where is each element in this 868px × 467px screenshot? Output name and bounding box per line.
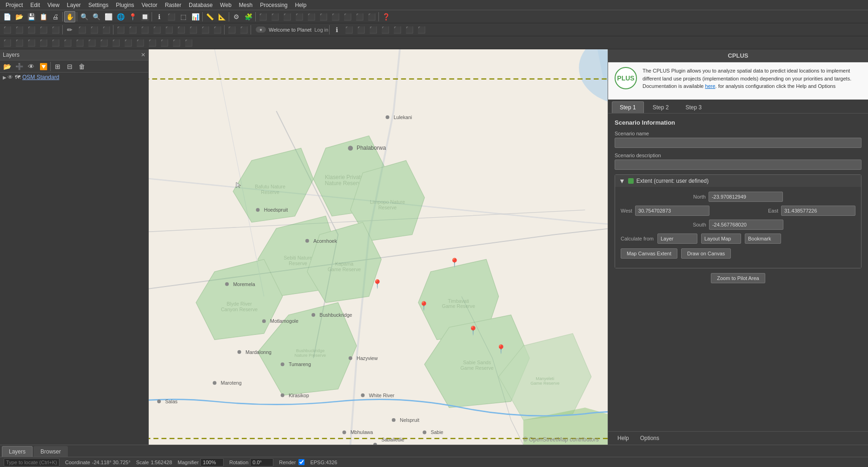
cplus-tab-step1[interactable]: Step 1 — [612, 101, 644, 113]
tb3-9[interactable]: ⬛ — [98, 37, 109, 48]
tb3-7[interactable]: ⬛ — [74, 37, 85, 48]
layers-tb-open-layer[interactable]: 📂 — [1, 61, 13, 72]
tb2-21[interactable]: ⬛ — [343, 24, 354, 35]
layer-dropdown[interactable]: Layer Layout Map Bookmark — [657, 234, 697, 244]
cplus-tab-step3[interactable]: Step 3 — [677, 101, 709, 113]
menu-layer[interactable]: Layer — [63, 2, 85, 8]
extent-toggle-icon[interactable] — [628, 178, 634, 184]
tb2-19[interactable]: ⬛ — [226, 24, 237, 35]
menu-help[interactable]: Help — [292, 2, 311, 8]
tb2-22[interactable]: ⬛ — [355, 24, 366, 35]
tb-more-7[interactable]: ⬛ — [330, 11, 341, 22]
rotation-input[interactable] — [250, 458, 273, 467]
menu-plugins[interactable]: Plugins — [112, 2, 138, 8]
tb3-3[interactable]: ⬛ — [26, 37, 37, 48]
tb-zoom-in[interactable]: 🔍 — [79, 11, 90, 22]
tb3-12[interactable]: ⬛ — [134, 37, 146, 48]
tb2-15[interactable]: ⬛ — [175, 24, 186, 35]
menu-mesh[interactable]: Mesh — [235, 2, 256, 8]
south-input[interactable] — [709, 220, 783, 230]
zoom-to-pilot-button[interactable]: Zoom to Pilot Area — [711, 273, 765, 283]
tb3-16[interactable]: ⬛ — [183, 37, 194, 48]
tb2-23[interactable]: ⬛ — [367, 24, 378, 35]
tb-save[interactable]: 💾 — [26, 11, 37, 22]
tb2-7[interactable]: ⬛ — [76, 24, 87, 35]
tb-new[interactable]: 📄 — [1, 11, 13, 22]
menu-vector[interactable]: Vector — [138, 2, 161, 8]
tb2-8[interactable]: ⬛ — [88, 24, 99, 35]
tb-help[interactable]: ❓ — [380, 11, 391, 22]
tb-deselect[interactable]: ⬚ — [178, 11, 189, 22]
draw-on-canvas-button[interactable]: Draw on Canvas — [681, 248, 731, 259]
tb-print[interactable]: 🖨 — [50, 11, 61, 22]
menu-processing[interactable]: Processing — [256, 2, 291, 8]
tb-measure-area[interactable]: 📐 — [216, 11, 227, 22]
layers-tb-filter[interactable]: 🔽 — [38, 61, 49, 72]
map-canvas-extent-button[interactable]: Map Canvas Extent — [621, 248, 677, 259]
tb3-11[interactable]: ⬛ — [122, 37, 133, 48]
layout-map-dropdown[interactable]: Layout Map — [701, 234, 741, 244]
cplus-options-tab[interactable]: Options — [635, 434, 665, 443]
scenario-name-input[interactable] — [615, 138, 861, 148]
tb2-12[interactable]: ⬛ — [139, 24, 150, 35]
tb3-13[interactable]: ⬛ — [146, 37, 158, 48]
layers-tb-add[interactable]: ➕ — [13, 61, 25, 72]
tb2-13[interactable]: ⬛ — [151, 24, 162, 35]
scenario-desc-input[interactable] — [615, 160, 861, 170]
tb2-4[interactable]: ⬛ — [38, 24, 49, 35]
layer-visibility-icon[interactable]: 👁 — [7, 74, 14, 80]
bookmark-dropdown[interactable]: Bookmark — [745, 234, 781, 244]
tb-more-1[interactable]: ⬛ — [257, 11, 268, 22]
map-area[interactable]: Klaserie Private Nature Reserve Bafutu N… — [149, 49, 608, 445]
tb2-2[interactable]: ⬛ — [13, 24, 25, 35]
tb2-24[interactable]: ⬛ — [379, 24, 391, 35]
menu-project[interactable]: Project — [2, 2, 27, 8]
extent-collapse-icon[interactable]: ▼ — [619, 177, 625, 185]
tb3-1[interactable]: ⬛ — [1, 37, 13, 48]
tb-pan[interactable]: ✋ — [64, 11, 75, 22]
tb2-20[interactable]: ⬛ — [238, 24, 249, 35]
tb-settings[interactable]: ⚙ — [231, 11, 242, 22]
layers-tb-expand[interactable]: ⊞ — [52, 61, 63, 72]
tb2-1[interactable]: ⬛ — [1, 24, 13, 35]
tb2-25[interactable]: ⬛ — [391, 24, 403, 35]
tb2-27[interactable]: ⬛ — [416, 24, 427, 35]
bottom-tab-layers[interactable]: Layers — [2, 446, 33, 457]
tb3-14[interactable]: ⬛ — [159, 37, 170, 48]
tb2-5[interactable]: ⬛ — [50, 24, 61, 35]
tb2-9[interactable]: ⬛ — [100, 24, 112, 35]
tb2-18[interactable]: ⬛ — [212, 24, 223, 35]
magnifier-input[interactable] — [200, 458, 224, 467]
menu-settings[interactable]: Settings — [85, 2, 112, 8]
tb2-10[interactable]: ⬛ — [115, 24, 126, 35]
layers-tb-collapse[interactable]: ⊟ — [64, 61, 75, 72]
tb2-11[interactable]: ⬛ — [127, 24, 138, 35]
tb-more-3[interactable]: ⬛ — [281, 11, 292, 22]
tb-identify[interactable]: ℹ — [153, 11, 165, 22]
tb3-6[interactable]: ⬛ — [62, 37, 73, 48]
tb-open[interactable]: 📂 — [13, 11, 25, 22]
menu-web[interactable]: Web — [216, 2, 235, 8]
tb-select[interactable]: ⬛ — [166, 11, 177, 22]
tb-more-2[interactable]: ⬛ — [269, 11, 280, 22]
tb2-info[interactable]: ℹ — [331, 24, 342, 35]
north-input[interactable] — [709, 192, 783, 202]
tb-zoom-layer[interactable]: 📍 — [127, 11, 138, 22]
layers-tb-eye[interactable]: 👁 — [26, 61, 37, 72]
tb2-17[interactable]: ⬛ — [199, 24, 211, 35]
tb3-15[interactable]: ⬛ — [171, 37, 182, 48]
cplus-here-link[interactable]: here — [705, 83, 716, 89]
menu-view[interactable]: View — [44, 2, 63, 8]
cplus-tab-step2[interactable]: Step 2 — [645, 101, 677, 113]
tb-more-6[interactable]: ⬛ — [318, 11, 329, 22]
tb3-5[interactable]: ⬛ — [50, 37, 61, 48]
tb-more-9[interactable]: ⬛ — [354, 11, 365, 22]
tb-more-4[interactable]: ⬛ — [293, 11, 305, 22]
tb2-3[interactable]: ⬛ — [26, 24, 37, 35]
bottom-tab-browser[interactable]: Browser — [33, 446, 68, 457]
tb-open-table[interactable]: 📊 — [190, 11, 201, 22]
tb-more-8[interactable]: ⬛ — [342, 11, 353, 22]
tb-zoom-box[interactable]: ⬜ — [103, 11, 114, 22]
tb-measure[interactable]: 📏 — [204, 11, 215, 22]
tb2-14[interactable]: ⬛ — [163, 24, 174, 35]
